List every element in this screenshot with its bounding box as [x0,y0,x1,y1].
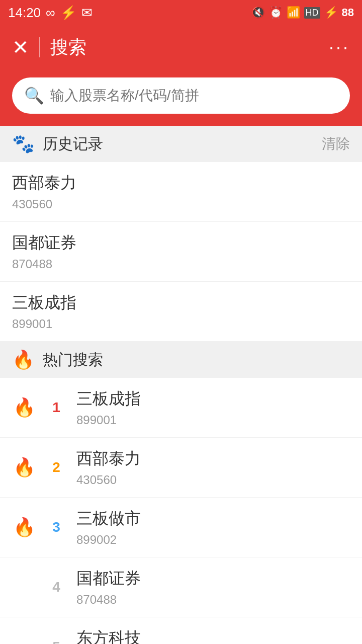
history-item-2-code: 870488 [12,257,350,271]
status-left: 14:20 ∞ ⚡ ✉ [8,5,93,21]
header: ✕ 搜索 ··· [0,25,362,69]
search-icon: 🔍 [24,86,44,105]
hot-item-1-info: 三板成指 899001 [76,388,350,427]
hot-item-1[interactable]: 🔥 1 三板成指 899001 [0,378,362,438]
history-item-1-code: 430560 [12,197,350,211]
charging-icon: ⚡ [324,6,338,19]
history-item-3[interactable]: 三板成指 899001 [0,282,362,342]
hot-item-3-code: 899002 [76,533,350,547]
usb-icon: ⚡ [60,5,76,21]
hot-item-2-code: 430560 [76,473,350,487]
history-section-left: 🐾 历史记录 [12,133,103,154]
header-left: ✕ 搜索 [12,35,86,60]
hot-item-2-flame: 🔥 [13,457,36,477]
message-icon: ✉ [81,5,93,21]
history-item-1[interactable]: 西部泰力 430560 [0,162,362,222]
history-list: 西部泰力 430560 国都证券 870488 三板成指 899001 [0,162,362,342]
hot-item-4[interactable]: 4 国都证券 870488 [0,557,362,617]
hot-list: 🔥 1 三板成指 899001 🔥 2 西部泰力 430560 🔥 3 三板做市… [0,378,362,644]
hot-item-1-rank: 1 [46,399,66,416]
mute-icon: 🔇 [251,6,265,19]
close-button[interactable]: ✕ [12,37,29,57]
hot-item-4-info: 国都证券 870488 [76,568,350,607]
hot-item-1-code: 899001 [76,413,350,427]
hot-item-2-rank: 2 [46,459,66,475]
history-item-3-name: 三板成指 [12,292,350,314]
header-title: 搜索 [50,35,86,60]
clear-button[interactable]: 清除 [322,134,350,153]
hot-item-3[interactable]: 🔥 3 三板做市 899002 [0,498,362,557]
hot-item-2[interactable]: 🔥 2 西部泰力 430560 [0,438,362,498]
history-item-2[interactable]: 国都证券 870488 [0,222,362,282]
hot-item-5[interactable]: 5 东方科技 430465 [0,617,362,644]
search-input[interactable] [50,88,338,104]
hot-item-1-flame: 🔥 [13,397,36,418]
hot-item-5-info: 东方科技 430465 [76,627,350,644]
hot-item-1-name: 三板成指 [76,388,350,410]
alarm-icon: ⏰ [269,6,283,19]
infinite-icon: ∞ [46,5,55,21]
hot-item-3-rank: 3 [46,519,66,535]
hot-item-4-rank: 4 [46,579,66,595]
status-time: 14:20 [8,5,41,21]
hot-item-4-code: 870488 [76,593,350,607]
hot-item-5-name: 东方科技 [76,627,350,644]
status-right: 🔇 ⏰ 📶 HD ⚡ 88 [251,6,354,19]
hd-icon: HD [304,7,320,19]
history-title: 历史记录 [43,134,103,154]
hot-item-3-info: 三板做市 899002 [76,508,350,547]
hot-item-5-rank: 5 [46,639,66,644]
hot-item-4-name: 国都证券 [76,568,350,590]
hot-item-3-flame: 🔥 [13,517,36,537]
hot-item-3-name: 三板做市 [76,508,350,530]
header-divider [39,37,40,57]
hot-item-2-info: 西部泰力 430560 [76,448,350,487]
history-item-2-name: 国都证券 [12,232,350,254]
battery-level: 88 [342,6,354,19]
hot-icon: 🔥 [12,349,35,370]
more-button[interactable]: ··· [329,37,350,58]
signal-icon: 📶 [287,6,300,19]
hot-title: 热门搜索 [43,350,103,370]
search-input-wrapper[interactable]: 🔍 [12,77,350,114]
history-icon: 🐾 [12,133,35,154]
history-section-header: 🐾 历史记录 清除 [0,126,362,162]
status-bar: 14:20 ∞ ⚡ ✉ 🔇 ⏰ 📶 HD ⚡ 88 [0,0,362,25]
search-area: 🔍 [0,69,362,126]
history-item-1-name: 西部泰力 [12,172,350,194]
hot-section-header: 🔥 热门搜索 [0,342,362,378]
hot-item-2-name: 西部泰力 [76,448,350,470]
history-item-3-code: 899001 [12,317,350,331]
